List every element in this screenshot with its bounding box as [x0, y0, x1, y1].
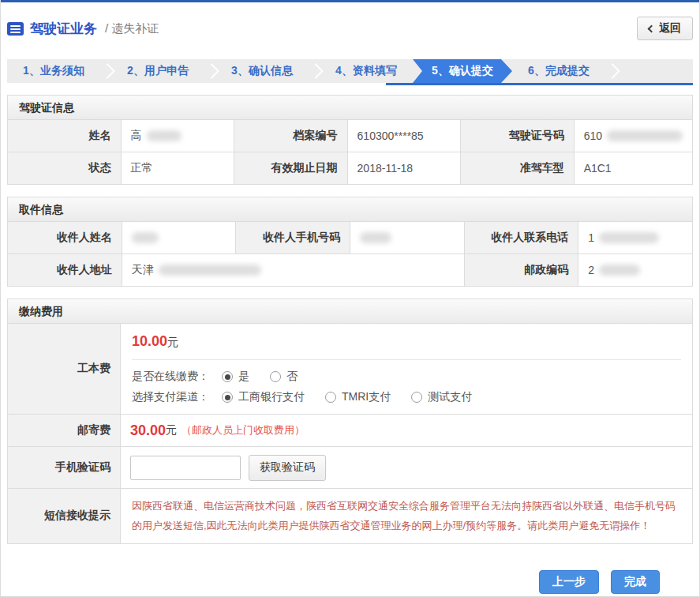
address-value: 天津	[122, 254, 464, 286]
captcha-row: 获取验证码	[121, 447, 692, 488]
header: 驾驶证业务 / 遗失补证 返回	[1, 2, 699, 54]
vehicle-class-value: A1C1	[575, 152, 692, 184]
postcode-label: 邮政编码	[465, 254, 578, 286]
payment-channel-row: 选择支付渠道： 工商银行支付 TMRI支付 测试支付	[132, 390, 681, 404]
breadcrumb: / 遗失补证	[105, 21, 159, 36]
radio-online-no[interactable]: 否	[270, 370, 298, 384]
recipient-mobile-value	[350, 222, 464, 253]
back-button[interactable]: 返回	[637, 17, 693, 40]
chevron-separator-icon	[204, 59, 215, 83]
redacted-value	[147, 130, 182, 141]
pickup-table: 收件人姓名 收件人手机号码 收件人联系电话 1 收件人地址 天津 邮政编码 2	[8, 222, 692, 286]
postcode-value: 2	[578, 254, 692, 286]
cost-amount: 10.00	[132, 333, 167, 349]
list-icon	[7, 22, 24, 36]
redacted-value	[159, 265, 261, 276]
bottom-actions: 上一步 完成	[1, 570, 660, 594]
radio-selected-icon	[222, 392, 233, 403]
sms-tip-label: 短信接收提示	[8, 489, 120, 543]
chevron-left-icon	[648, 24, 656, 32]
sms-tip-cell: 因陕西省联通、电信运营商技术问题，陕西省互联网交通安全综合服务管理平台无法向持陕…	[121, 489, 692, 543]
yuan-unit: 元	[167, 336, 178, 348]
radio-channel-tmri-label: TMRI支付	[342, 390, 391, 404]
step-4-fill-info: 4、资料填写	[320, 59, 413, 83]
file-no-value: 610300****85	[348, 120, 461, 152]
pickup-info-section: 取件信息 收件人姓名 收件人手机号码 收件人联系电话 1 收件人地址 天津 邮政…	[7, 197, 693, 287]
page: 驾驶证业务 / 遗失补证 返回 1、业务须知 2、用户申告 3、确认信息 4、资…	[0, 0, 700, 597]
step-1-business-notice: 1、业务须知	[7, 59, 100, 83]
cost-amount-line: 10.00元	[132, 333, 681, 350]
step-5-confirm-submit-active: 5、确认提交	[413, 59, 512, 83]
page-title: 驾驶证业务	[30, 20, 97, 38]
radio-channel-icbc[interactable]: 工商银行支付	[222, 390, 305, 404]
recipient-name-label: 收件人姓名	[8, 222, 122, 253]
expiry-value: 2018-11-18	[348, 152, 461, 184]
redacted-value	[599, 232, 659, 243]
finish-button[interactable]: 完成	[611, 570, 660, 594]
chevron-separator-icon	[605, 59, 616, 83]
redacted-value	[360, 232, 391, 243]
license-no-value: 610	[575, 120, 692, 152]
wizard-steps: 1、业务须知 2、用户申告 3、确认信息 4、资料填写 5、确认提交 6、完成提…	[7, 59, 693, 83]
license-info-section: 驾驶证信息 姓名 高 档案编号 610300****85 驾驶证号码 610 状…	[7, 95, 693, 185]
yuan-unit: 元	[166, 423, 177, 437]
postage-note: （邮政人员上门收取费用）	[182, 423, 305, 437]
license-no-label: 驾驶证号码	[461, 120, 574, 152]
radio-online-yes-label: 是	[238, 370, 249, 384]
file-no-label: 档案编号	[234, 120, 347, 152]
name-label: 姓名	[8, 120, 121, 152]
radio-channel-icbc-label: 工商银行支付	[238, 390, 305, 404]
cost-fee-label: 工本费	[8, 324, 120, 414]
radio-channel-test-label: 测试支付	[428, 390, 472, 404]
step-3-confirm-info: 3、确认信息	[215, 59, 309, 83]
postage-amount: 30.00	[130, 422, 166, 439]
pickup-section-title: 取件信息	[8, 197, 692, 222]
status-label: 状态	[8, 152, 121, 184]
radio-online-no-label: 否	[286, 370, 298, 384]
postage-fee-value: 30.00元 （邮政人员上门收取费用）	[121, 415, 692, 446]
recipient-name-value	[122, 222, 236, 253]
recipient-phone-value: 1	[578, 222, 692, 253]
fees-section-title: 缴纳费用	[8, 299, 692, 324]
recipient-phone-label: 收件人联系电话	[465, 222, 578, 253]
radio-unselected-icon	[270, 371, 281, 382]
title-wrap: 驾驶证业务 / 遗失补证	[7, 20, 159, 38]
name-value: 高	[122, 120, 234, 152]
chevron-separator-icon	[100, 59, 111, 83]
steps-filler	[616, 59, 693, 83]
step-2-user-declaration: 2、用户申告	[111, 59, 204, 83]
radio-unselected-icon	[411, 392, 422, 403]
radio-online-yes[interactable]: 是	[222, 370, 249, 384]
radio-selected-icon	[222, 371, 233, 382]
back-button-label: 返回	[659, 21, 681, 36]
get-captcha-button[interactable]: 获取验证码	[249, 455, 326, 481]
status-value: 正常	[122, 152, 234, 184]
redacted-value	[132, 232, 159, 243]
radio-unselected-icon	[325, 392, 336, 403]
previous-step-button[interactable]: 上一步	[539, 570, 599, 594]
online-payment-question: 是否在线缴费：	[132, 370, 214, 384]
fees-section: 缴纳费用 工本费 10.00元 是否在线缴费： 是 否	[7, 298, 693, 544]
license-table: 姓名 高 档案编号 610300****85 驾驶证号码 610 状态 正常 有…	[8, 120, 692, 184]
captcha-input[interactable]	[130, 456, 241, 480]
radio-channel-test[interactable]: 测试支付	[411, 390, 472, 404]
address-label: 收件人地址	[8, 254, 122, 286]
vehicle-class-label: 准驾车型	[461, 152, 574, 184]
step-6-finish-submit: 6、完成提交	[512, 59, 605, 83]
captcha-label: 手机验证码	[8, 447, 120, 488]
radio-channel-tmri[interactable]: TMRI支付	[325, 390, 391, 404]
chevron-separator-icon	[309, 59, 320, 83]
redacted-value	[599, 265, 640, 276]
online-payment-question-row: 是否在线缴费： 是 否	[132, 370, 681, 384]
license-section-title: 驾驶证信息	[8, 96, 692, 120]
recipient-mobile-label: 收件人手机号码	[236, 222, 350, 253]
fees-table: 工本费 10.00元 是否在线缴费： 是 否	[8, 324, 692, 543]
redacted-value	[607, 130, 683, 141]
cost-fee-value: 10.00元 是否在线缴费： 是 否 选择支付渠道：	[121, 324, 692, 414]
expiry-label: 有效期止日期	[234, 152, 347, 184]
divider	[132, 359, 681, 360]
postage-fee-label: 邮寄费	[8, 415, 120, 446]
sms-notice-text: 因陕西省联通、电信运营商技术问题，陕西省互联网交通安全综合服务管理平台无法向持陕…	[121, 489, 692, 543]
payment-channel-question: 选择支付渠道：	[132, 390, 214, 404]
